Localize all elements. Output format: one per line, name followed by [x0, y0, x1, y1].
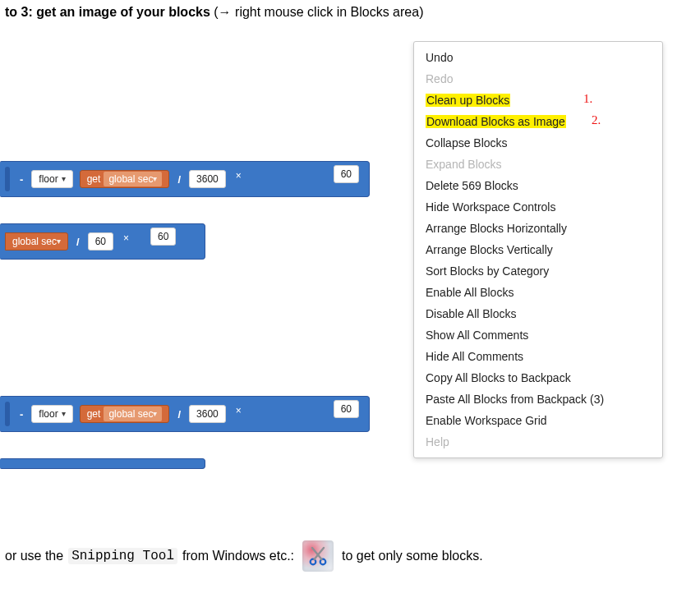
footer-middle: from Windows etc.:	[182, 549, 294, 563]
menu-item-expand-blocks: Expand Blocks	[414, 154, 662, 175]
instruction-line: to 3: get an image of your blocks (→ rig…	[0, 5, 700, 20]
annotation-marker: 2.	[592, 112, 601, 128]
menu-item-hide-workspace-controls[interactable]: Hide Workspace Controls	[414, 196, 662, 218]
annotation-marker: 1.	[583, 90, 592, 107]
number-literal-60[interactable]: 60	[334, 400, 359, 418]
menu-item-download-blocks-as-image[interactable]: Download Blocks as Image2.	[414, 111, 662, 132]
variable-dropdown[interactable]: global sec ▾	[104, 407, 162, 421]
footer-prefix: or use the	[5, 549, 63, 563]
number-literal-60[interactable]: 60	[334, 165, 359, 183]
menu-item-enable-all-blocks[interactable]: Enable All Blocks	[414, 282, 662, 303]
block-notch	[5, 402, 10, 426]
context-menu: UndoRedoClean up Blocks1.Download Blocks…	[413, 41, 663, 458]
menu-item-delete-569-blocks[interactable]: Delete 569 Blocks	[414, 175, 662, 196]
divide-operator: /	[75, 236, 81, 248]
menu-item-arrange-blocks-horizontally[interactable]: Arrange Blocks Horizontally	[414, 218, 662, 239]
chevron-down-icon: ▾	[62, 170, 66, 188]
divide-operator: /	[176, 173, 182, 186]
snipping-tool-icon	[302, 540, 334, 572]
snipping-tool-name: Snipping Tool	[68, 548, 177, 564]
multiply-operator: ×	[233, 405, 245, 416]
divide-operator: /	[176, 408, 182, 421]
variable-dropdown[interactable]: global sec ▾	[5, 232, 68, 251]
menu-item-help: Help	[414, 431, 662, 453]
multiply-operator: ×	[233, 170, 245, 182]
scissors-icon	[307, 545, 329, 567]
menu-item-hide-all-comments[interactable]: Hide All Comments	[414, 346, 662, 367]
chevron-down-icon: ▾	[57, 234, 61, 249]
menu-item-arrange-blocks-vertically[interactable]: Arrange Blocks Vertically	[414, 239, 662, 260]
block-notch	[5, 167, 10, 191]
get-variable-block[interactable]: get global sec ▾	[80, 170, 170, 188]
floor-dropdown[interactable]: floor▾	[31, 170, 72, 188]
footer-line: or use the Snipping Tool from Windows et…	[0, 534, 700, 572]
block-row-floor-2[interactable]: - floor▾ get global sec ▾ / 3600 × 60	[0, 396, 370, 432]
footer-suffix: to get only some blocks.	[342, 549, 483, 563]
menu-item-collapse-blocks[interactable]: Collapse Blocks	[414, 132, 662, 154]
menu-item-clean-up-blocks[interactable]: Clean up Blocks1.	[414, 90, 662, 111]
get-variable-block[interactable]: get global sec ▾	[80, 405, 170, 423]
menu-item-redo: Redo	[414, 68, 662, 90]
multiply-operator: ×	[120, 232, 132, 244]
chevron-down-icon: ▾	[153, 172, 157, 186]
blocks-workspace[interactable]: - floor▾ get global sec ▾ / 3600 × 60 gl…	[0, 41, 700, 534]
menu-item-show-all-comments[interactable]: Show All Comments	[414, 324, 662, 346]
menu-item-paste-all-blocks-from-backpack-3[interactable]: Paste All Blocks from Backpack (3)	[414, 388, 662, 410]
block-row-globalsec[interactable]: global sec ▾ / 60 × 60	[0, 223, 205, 260]
menu-item-sort-blocks-by-category[interactable]: Sort Blocks by Category	[414, 260, 662, 282]
minus-operator: -	[18, 173, 25, 186]
floor-dropdown[interactable]: floor▾	[31, 405, 72, 423]
menu-item-enable-workspace-grid[interactable]: Enable Workspace Grid	[414, 410, 662, 431]
number-literal-60[interactable]: 60	[88, 232, 113, 251]
minus-operator: -	[18, 408, 25, 421]
chevron-down-icon: ▾	[62, 405, 66, 423]
instruction-bold: to 3: get an image of your blocks	[5, 5, 210, 19]
number-literal-3600[interactable]: 3600	[189, 405, 226, 423]
instruction-detail: (→ right mouse click in Blocks area)	[210, 5, 424, 19]
variable-dropdown[interactable]: global sec ▾	[104, 172, 162, 186]
menu-item-copy-all-blocks-to-backpack[interactable]: Copy All Blocks to Backpack	[414, 367, 662, 388]
number-literal-3600[interactable]: 3600	[189, 170, 226, 188]
menu-item-disable-all-blocks[interactable]: Disable All Blocks	[414, 303, 662, 324]
block-row-floor-1[interactable]: - floor▾ get global sec ▾ / 3600 × 60	[0, 161, 370, 197]
block-row-partial[interactable]	[0, 458, 205, 469]
chevron-down-icon: ▾	[153, 407, 157, 421]
number-literal-60-b[interactable]: 60	[150, 228, 176, 246]
menu-item-undo[interactable]: Undo	[414, 47, 662, 68]
